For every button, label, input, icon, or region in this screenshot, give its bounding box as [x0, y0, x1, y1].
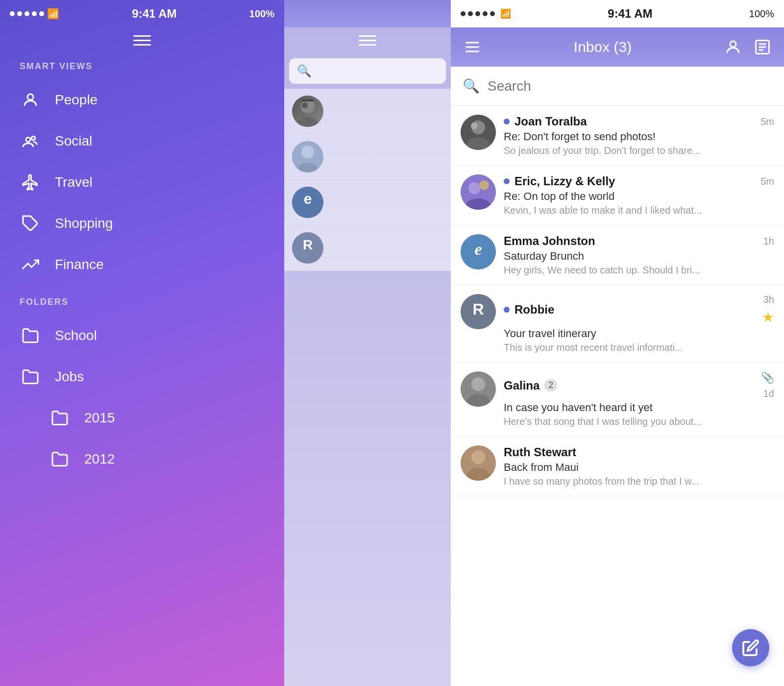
- email-list: Joan Toralba 5m Re: Don't forget to send…: [451, 106, 784, 686]
- middle-email-3[interactable]: e: [284, 180, 451, 225]
- preview-ruth: I have so many photos from the trip that…: [504, 476, 774, 487]
- subject-eric: Re: On top of the world: [504, 190, 774, 203]
- email-item-emma[interactable]: e Emma Johnston 1h Saturday Brunch Hey g…: [451, 225, 784, 285]
- middle-email-4[interactable]: R: [284, 225, 451, 271]
- badge-galina: 2: [544, 379, 557, 392]
- folder-school-icon: [20, 325, 41, 346]
- dot3: [24, 11, 29, 16]
- sender-galina: Galina: [504, 379, 539, 392]
- sidebar-item-travel[interactable]: Travel: [0, 162, 284, 203]
- travel-label: Travel: [55, 174, 93, 190]
- signal-dots-right: 📶: [461, 8, 511, 19]
- search-icon: 🔍: [463, 78, 480, 94]
- status-bar-middle: [284, 0, 451, 27]
- hamburger-icon-middle[interactable]: [359, 35, 376, 46]
- svg-text:R: R: [472, 300, 484, 318]
- email-item-ruth[interactable]: Ruth Stewart Back from Maui I have so ma…: [451, 437, 784, 496]
- sidebar-item-2015[interactable]: 2015: [0, 397, 284, 439]
- person-icon: [20, 89, 41, 111]
- hamburger-menu-left[interactable]: [0, 27, 284, 57]
- sender-wrap-eric: Eric, Lizzy & Kelly: [504, 174, 615, 188]
- battery-right: 100%: [749, 8, 774, 20]
- sidebar: 📶 9:41 AM 100% SMART VIEWS People Social…: [0, 0, 284, 686]
- middle-avatar-4: R: [292, 232, 323, 264]
- time-galina: 1d: [763, 388, 774, 399]
- profile-icon[interactable]: [723, 37, 743, 57]
- email-item-galina[interactable]: Galina 2 📎 1d In case you haven't heard …: [451, 363, 784, 437]
- email-header-joan: Joan Toralba 5m: [504, 115, 774, 128]
- sidebar-item-social[interactable]: Social: [0, 121, 284, 162]
- subject-robbie: Your travel itinerary: [504, 327, 774, 340]
- search-icon-middle: 🔍: [297, 64, 312, 78]
- school-label: School: [55, 328, 97, 343]
- subject-ruth: Back from Maui: [504, 461, 774, 474]
- sidebar-item-finance[interactable]: Finance: [0, 244, 284, 285]
- time-eric: 5m: [760, 176, 774, 187]
- compose-fab[interactable]: [732, 629, 769, 666]
- tag-icon: [20, 213, 41, 234]
- sender-ruth: Ruth Stewart: [504, 445, 576, 459]
- plane-icon: [20, 172, 41, 193]
- email-header-emma: Emma Johnston 1h: [504, 234, 774, 248]
- hamburger-icon[interactable]: [133, 35, 151, 46]
- folders-label: FOLDERS: [0, 293, 284, 315]
- email-item-eric[interactable]: Eric, Lizzy & Kelly 5m Re: On top of the…: [451, 166, 784, 225]
- dot-r3: [475, 11, 480, 16]
- time-robbie: 3h: [763, 294, 774, 305]
- unread-dot-eric: [504, 178, 510, 184]
- chart-icon: [20, 254, 41, 275]
- sidebar-item-shopping[interactable]: Shopping: [0, 203, 284, 244]
- sender-wrap-joan: Joan Toralba: [504, 115, 587, 128]
- svg-point-28: [468, 182, 480, 194]
- dot-r2: [468, 11, 473, 16]
- email-item-robbie[interactable]: R Robbie 3h ★ Your travel itinerary This…: [451, 285, 784, 363]
- hamburger-middle[interactable]: [284, 27, 451, 53]
- svg-text:R: R: [303, 237, 313, 252]
- folder-2015-label: 2015: [84, 410, 115, 426]
- svg-point-2: [31, 136, 35, 140]
- middle-avatar-2: [292, 141, 323, 172]
- hamburger-right[interactable]: [463, 37, 482, 57]
- unread-dot-joan: [504, 119, 510, 124]
- sidebar-item-jobs[interactable]: Jobs: [0, 356, 284, 397]
- email-header-galina: Galina 2 📎 1d: [504, 371, 774, 399]
- email-item-joan[interactable]: Joan Toralba 5m Re: Don't forget to send…: [451, 106, 784, 166]
- svg-point-5: [297, 117, 318, 127]
- svg-text:e: e: [304, 191, 312, 207]
- middle-avatar-3: e: [292, 187, 323, 218]
- svg-point-18: [730, 41, 736, 47]
- folder-2012-icon: [49, 448, 71, 470]
- wifi-icon-right: 📶: [500, 8, 511, 19]
- wifi-icon: 📶: [47, 8, 59, 20]
- middle-email-1[interactable]: [284, 89, 451, 134]
- header-action-icons: [723, 37, 772, 57]
- svg-point-36: [471, 377, 485, 391]
- compose-list-icon[interactable]: [753, 37, 772, 57]
- svg-point-6: [302, 102, 308, 108]
- sidebar-item-2012[interactable]: 2012: [0, 439, 284, 480]
- dot-r1: [461, 11, 466, 16]
- sender-wrap-galina: Galina 2: [504, 379, 557, 392]
- finance-label: Finance: [55, 257, 104, 272]
- subject-joan: Re: Don't forget to send photos!: [504, 130, 774, 143]
- time-left: 9:41 AM: [132, 7, 176, 21]
- time-emma: 1h: [763, 236, 774, 247]
- signal-dots: [10, 11, 44, 16]
- search-bar-middle[interactable]: 🔍: [289, 58, 446, 84]
- sidebar-item-people[interactable]: People: [0, 79, 284, 121]
- dot-r4: [483, 11, 488, 16]
- sender-emma: Emma Johnston: [504, 234, 595, 248]
- search-input[interactable]: [488, 78, 772, 94]
- preview-galina: Here's that song that I was telling you …: [504, 416, 774, 427]
- middle-avatar-1: [292, 96, 323, 127]
- dot2: [17, 11, 22, 16]
- email-header-eric: Eric, Lizzy & Kelly 5m: [504, 174, 774, 188]
- email-header-ruth: Ruth Stewart: [504, 445, 774, 459]
- avatar-eric: [461, 174, 496, 210]
- middle-email-2[interactable]: [284, 134, 451, 180]
- search-bar[interactable]: 🔍: [451, 67, 784, 106]
- middle-panel: 🔍 e: [284, 0, 451, 686]
- email-content-robbie: Robbie 3h ★ Your travel itinerary This i…: [504, 294, 774, 353]
- sidebar-item-school[interactable]: School: [0, 315, 284, 356]
- sender-wrap-robbie: Robbie: [504, 303, 554, 317]
